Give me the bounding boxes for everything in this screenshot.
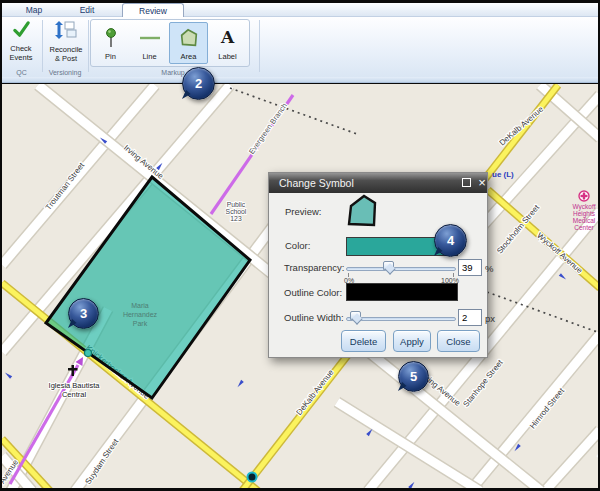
tab-edit[interactable]: Edit xyxy=(68,3,106,17)
label-a-icon: A xyxy=(221,23,234,52)
group-qc: Check Events QC xyxy=(2,17,41,77)
rail-label-evergreen: Evergreen Branch xyxy=(247,101,289,156)
area-button[interactable]: Area xyxy=(169,22,208,64)
dialog-titlebar[interactable]: Change Symbol xyxy=(269,173,487,193)
group-versioning: Reconcile & Post Versioning xyxy=(43,17,87,77)
label-label: Label xyxy=(218,52,236,61)
maximize-icon[interactable] xyxy=(462,178,471,187)
line-icon xyxy=(138,23,162,52)
symbol-preview xyxy=(345,193,379,229)
transparency-label: Transparency: xyxy=(284,262,344,273)
park-label: Park xyxy=(133,320,148,327)
ribbon-body: Check Events QC Reconcile & Post xyxy=(2,17,598,77)
transparency-unit: % xyxy=(485,263,493,274)
area-icon xyxy=(177,23,201,52)
hospital-icon xyxy=(581,195,588,197)
park-label: Maria xyxy=(131,302,149,309)
ribbon-bottom-strip xyxy=(2,77,598,83)
group-label-markup: Markup xyxy=(88,69,258,76)
one-way-arrow-icon xyxy=(4,371,12,379)
apply-button[interactable]: Apply xyxy=(393,330,431,352)
line-button[interactable]: Line xyxy=(130,22,169,64)
group-markup: Pin Line Area A xyxy=(88,17,258,77)
vertex-handle-icon[interactable] xyxy=(85,350,92,357)
park-label: Hernandez xyxy=(123,311,158,318)
reconcile-post-icon xyxy=(54,20,78,44)
transparency-value-input[interactable] xyxy=(458,259,482,276)
boundary-dotted-line xyxy=(230,88,357,134)
hospital-poi: Wyckoff Heights Medical Center xyxy=(573,191,596,231)
group-label-qc: QC xyxy=(2,69,41,76)
intersection-marker-icon xyxy=(248,473,257,482)
delete-button[interactable]: Delete xyxy=(341,330,386,352)
label-button[interactable]: A Label xyxy=(208,22,247,64)
church-cross-icon xyxy=(68,368,78,371)
street-label-dekalb: DeKalb Avenue xyxy=(295,368,336,417)
close-button[interactable]: Close xyxy=(437,330,480,352)
one-way-arrow-icon xyxy=(408,481,416,488)
app-window: Map Edit Review Check Events QC xyxy=(0,0,600,491)
reconcile-post-button[interactable]: Reconcile & Post xyxy=(46,20,86,66)
one-way-arrow-icon xyxy=(236,380,244,388)
poi-school-label: 123 xyxy=(230,215,242,222)
outline-color-label: Outline Color: xyxy=(284,287,342,298)
pin-icon xyxy=(101,23,121,52)
street-label-suydam: Suydam Street xyxy=(83,437,120,487)
poi-hospital-label: Medical xyxy=(573,217,596,224)
check-events-label: Check Events xyxy=(2,44,40,62)
poi-church-label: Iglesia Bautista xyxy=(49,381,101,390)
area-label: Area xyxy=(181,52,197,61)
poi-school-label: Public xyxy=(227,201,246,208)
outline-color-swatch[interactable] xyxy=(346,283,458,301)
callout-badge-3: 3 xyxy=(68,298,99,329)
street-himrod-line xyxy=(470,334,598,488)
preview-label: Preview: xyxy=(285,206,321,217)
ribbon-tab-bar: Map Edit Review xyxy=(2,3,598,17)
outline-width-slider-thumb[interactable] xyxy=(350,311,361,320)
outline-width-label: Outline Width: xyxy=(284,312,344,323)
line-label: Line xyxy=(142,52,156,61)
pin-label: Pin xyxy=(105,52,116,61)
group-label-versioning: Versioning xyxy=(43,69,87,76)
tab-map[interactable]: Map xyxy=(14,3,54,17)
transparency-slider-thumb[interactable] xyxy=(383,261,394,270)
one-way-arrow-icon xyxy=(559,273,567,281)
check-events-button[interactable]: Check Events xyxy=(2,20,40,66)
dialog-title: Change Symbol xyxy=(279,177,354,189)
callout-badge-2: 2 xyxy=(182,67,215,100)
street-label-troutman: Troutman Street xyxy=(44,160,87,211)
outline-width-value-input[interactable] xyxy=(458,309,482,326)
subway-station-label: ue (L) xyxy=(492,170,514,179)
outline-width-unit: px xyxy=(485,313,495,324)
ribbon: Map Edit Review Check Events QC xyxy=(2,3,598,84)
street-line xyxy=(337,402,480,488)
markup-button-box: Pin Line Area A xyxy=(90,19,250,67)
tab-review[interactable]: Review xyxy=(122,3,184,17)
check-icon xyxy=(12,20,31,43)
group-separator xyxy=(259,20,260,72)
change-symbol-dialog: Change Symbol × Preview: Color: Transpar… xyxy=(268,172,488,358)
pin-button[interactable]: Pin xyxy=(91,22,130,64)
street-label-dekalb-2: DeKalb Avenue xyxy=(498,104,546,147)
poi-church-label: Central xyxy=(62,390,87,399)
transparency-slider-track[interactable] xyxy=(346,267,456,271)
callout-badge-4: 4 xyxy=(434,224,467,257)
reconcile-post-label: Reconcile & Post xyxy=(46,45,86,63)
color-label: Color: xyxy=(285,240,310,251)
poi-hospital-label: Center xyxy=(574,224,594,231)
callout-badge-5: 5 xyxy=(398,361,429,392)
poi-school-label: School xyxy=(226,208,247,215)
street-harman-line xyxy=(545,430,598,488)
close-icon[interactable]: × xyxy=(476,174,488,192)
